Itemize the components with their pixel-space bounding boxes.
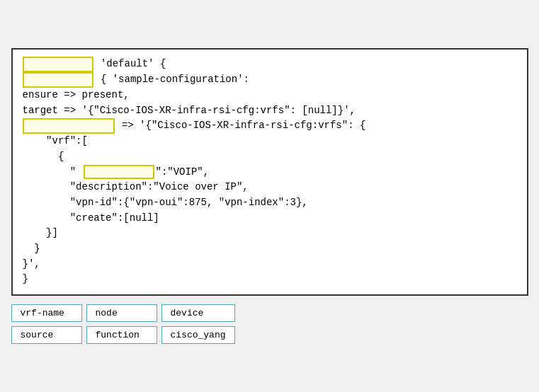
code-text-15: } [23, 272, 28, 287]
code-text-3: ensure => present, [23, 88, 130, 103]
code-text-9: "description":"Voice over IP", [23, 180, 249, 195]
code-line-3: ensure => present, [23, 88, 517, 103]
code-line-12: }] [23, 226, 517, 241]
code-line-9: "description":"Voice over IP", [23, 180, 517, 195]
code-line-4: target => '{"Cisco-IOS-XR-infra-rsi-cfg:… [23, 103, 517, 119]
code-text-11: "create":[null] [23, 211, 159, 226]
code-text-5: => '{"Cisco-IOS-XR-infra-rsi-cfg:vrfs": … [116, 118, 366, 134]
highlight-box-4[interactable] [84, 165, 154, 179]
code-text-13: } [23, 241, 40, 257]
tag-source[interactable]: source [11, 326, 82, 344]
code-text-7: { [23, 149, 64, 165]
tag-vrf-name[interactable]: vrf-name [11, 304, 82, 322]
code-line-2: { 'sample-configuration': [23, 72, 517, 88]
code-text-4: target => '{"Cisco-IOS-XR-infra-rsi-cfg:… [23, 103, 356, 119]
code-text-8a: " [23, 165, 82, 180]
code-line-13: } [23, 241, 517, 257]
code-line-5: => '{"Cisco-IOS-XR-infra-rsi-cfg:vrfs": … [23, 118, 517, 134]
tag-cisco-yang[interactable]: cisco_yang [161, 326, 235, 344]
code-text-12: }] [23, 226, 58, 241]
tag-device[interactable]: device [161, 304, 235, 322]
highlight-box-1[interactable] [23, 57, 93, 72]
highlight-box-3[interactable] [23, 118, 115, 134]
code-line-6: "vrf":[ [23, 134, 517, 149]
code-text-8b: ":"VOIP", [156, 165, 210, 180]
code-text-6: "vrf":[ [23, 134, 88, 149]
code-line-10: "vpn-id":{"vpn-oui":875, "vpn-index":3}, [23, 195, 517, 211]
code-line-14: }', [23, 257, 517, 272]
code-line-1: 'default' { [23, 57, 517, 72]
highlight-box-2[interactable] [23, 72, 93, 88]
code-text-14: }', [23, 257, 40, 272]
code-box: 'default' { { 'sample-configuration': en… [11, 48, 528, 296]
code-text-10: "vpn-id":{"vpn-oui":875, "vpn-index":3}, [23, 195, 308, 211]
code-line-8: " ":"VOIP", [23, 165, 517, 180]
code-line-7: { [23, 149, 517, 165]
tag-node[interactable]: node [86, 304, 157, 322]
main-container: 'default' { { 'sample-configuration': en… [4, 41, 535, 351]
code-line-11: "create":[null] [23, 211, 517, 226]
code-line-15: } [23, 272, 517, 287]
tag-function[interactable]: function [86, 326, 157, 344]
code-text-1: 'default' { [95, 57, 166, 72]
tag-grid: vrf-name node device source function cis… [11, 304, 235, 344]
code-text-2: { 'sample-configuration': [95, 72, 249, 88]
